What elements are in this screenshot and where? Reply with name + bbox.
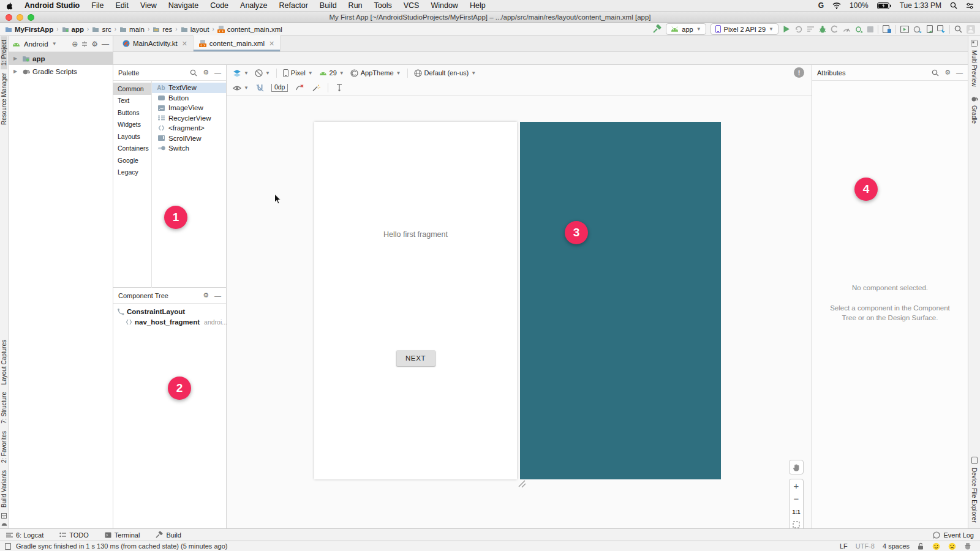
close-icon[interactable]: ✕	[182, 40, 187, 48]
zoom-out-button[interactable]: −	[790, 492, 803, 505]
menu-window[interactable]: Window	[431, 1, 458, 10]
palette-category-widgets[interactable]: Widgets	[113, 119, 151, 131]
attach-debugger-icon[interactable]	[855, 25, 863, 33]
chevron-down-icon[interactable]: ▼	[52, 41, 57, 47]
design-canvas[interactable]: Hello first fragment NEXT + − 1:1	[227, 96, 812, 528]
palette-category-common[interactable]: Common	[113, 83, 151, 95]
search-icon[interactable]	[932, 69, 939, 77]
rail-gradle[interactable]: Gradle	[971, 102, 978, 127]
apply-code-changes-icon[interactable]	[807, 26, 815, 32]
encoding-widget[interactable]: UTF-8	[856, 542, 875, 550]
lock-unlocked-icon[interactable]	[918, 542, 924, 550]
next-button[interactable]: NEXT	[396, 350, 435, 366]
palette-category-buttons[interactable]: Buttons	[113, 107, 151, 119]
menu-app-name[interactable]: Android Studio	[24, 1, 80, 10]
run-button[interactable]	[783, 25, 790, 33]
search-everywhere-icon[interactable]	[954, 25, 962, 33]
palette-category-text[interactable]: Text	[113, 95, 151, 107]
zoom-ratio-button[interactable]: 1:1	[790, 505, 803, 518]
design-mode-dropdown[interactable]: ▼	[233, 69, 249, 77]
collapse-all-icon[interactable]	[81, 41, 88, 47]
menu-help[interactable]: Help	[470, 1, 486, 10]
indent-widget[interactable]: 4 spaces	[883, 542, 910, 550]
line-separator-widget[interactable]: LF	[840, 542, 848, 550]
gradle-sync-icon[interactable]	[913, 26, 922, 33]
menu-file[interactable]: File	[91, 1, 104, 10]
locate-file-icon[interactable]: ⊕	[72, 40, 78, 48]
rail-build-variants[interactable]: Build Variants	[1, 467, 7, 511]
rail-project[interactable]: 1: Project	[1, 36, 7, 69]
design-preview[interactable]: Hello first fragment NEXT	[314, 122, 517, 479]
rail-favorites[interactable]: 2: Favorites	[1, 427, 7, 467]
breadcrumb-src[interactable]: src	[92, 26, 111, 33]
rail-resource-manager[interactable]: Resource Manager	[1, 69, 7, 129]
device-selector-dropdown[interactable]: Pixel ▼	[283, 69, 313, 77]
menu-tools[interactable]: Tools	[374, 1, 392, 10]
tab-content-main[interactable]: content_main.xml ✕	[194, 36, 281, 51]
rail-multi-preview[interactable]: Multi Preview	[971, 47, 978, 90]
expand-arrow-icon[interactable]: ▶	[13, 56, 20, 61]
zoom-in-button[interactable]: +	[790, 479, 803, 492]
infer-constraints-wand-icon[interactable]	[312, 84, 320, 92]
clear-constraints-icon[interactable]	[295, 84, 304, 92]
menu-vcs[interactable]: VCS	[404, 1, 420, 10]
menu-run[interactable]: Run	[349, 1, 363, 10]
rail-layout-captures[interactable]: Layout Captures	[1, 336, 7, 388]
view-options-dropdown[interactable]: ▼	[233, 85, 249, 91]
status-message[interactable]: Gradle sync finished in 1 s 130 ms (from…	[16, 542, 227, 550]
window-minimize-button[interactable]	[17, 14, 23, 21]
menu-build[interactable]: Build	[320, 1, 337, 10]
hello-fragment-text[interactable]: Hello first fragment	[314, 230, 517, 239]
palette-category-legacy[interactable]: Legacy	[113, 167, 151, 179]
sdk-manager-icon[interactable]	[937, 25, 945, 33]
close-icon[interactable]: ✕	[269, 40, 274, 48]
tool-window-grid-icon[interactable]	[1, 513, 7, 519]
window-close-button[interactable]	[6, 14, 12, 21]
dissatisfied-face-icon[interactable]	[948, 542, 956, 550]
menu-navigate[interactable]: Navigate	[168, 1, 198, 10]
breadcrumb-file[interactable]: content_main.xml	[217, 26, 282, 33]
make-project-hammer-icon[interactable]	[652, 24, 662, 34]
device-manager-icon[interactable]	[883, 25, 891, 33]
palette-item-imageview[interactable]: ImageView	[152, 103, 226, 113]
palette-item-textview[interactable]: Ab TextView	[152, 83, 226, 93]
blueprint-preview[interactable]	[520, 122, 721, 479]
wifi-icon[interactable]	[832, 2, 841, 9]
palette-category-layouts[interactable]: Layouts	[113, 130, 151, 143]
rail-structure[interactable]: 7: Structure	[1, 388, 7, 427]
spotlight-search-icon[interactable]	[950, 2, 957, 9]
hide-panel-icon[interactable]: —	[214, 69, 221, 77]
breadcrumb-layout[interactable]: layout	[181, 26, 209, 33]
control-center-icon[interactable]	[966, 2, 974, 9]
palette-item-scrollview[interactable]: ScrollView	[152, 133, 226, 144]
status-square-icon[interactable]	[5, 543, 11, 550]
locale-dropdown[interactable]: Default (en-us) ▼	[414, 69, 477, 77]
debug-button[interactable]	[819, 25, 826, 33]
palette-category-containers[interactable]: Containers	[113, 143, 151, 155]
menu-analyze[interactable]: Analyze	[240, 1, 267, 10]
satisfied-face-icon[interactable]	[932, 542, 940, 550]
settings-gear-icon[interactable]: ⚙	[203, 69, 209, 77]
settings-gear-icon[interactable]: ⚙	[944, 69, 951, 77]
search-icon[interactable]	[190, 69, 197, 77]
profiler-icon[interactable]	[843, 26, 851, 32]
expand-arrow-icon[interactable]: ▶	[13, 69, 20, 74]
grammarly-menu-icon[interactable]: G	[818, 1, 824, 10]
device-dropdown[interactable]: Pixel 2 API 29 ▼	[710, 23, 778, 35]
logcat-tool-icon[interactable]	[900, 26, 909, 33]
project-tree-item-app[interactable]: ▶ app	[9, 52, 113, 65]
apply-changes-icon[interactable]	[794, 25, 802, 33]
settings-gear-icon[interactable]: ⚙	[203, 291, 209, 299]
toolwindow-todo[interactable]: TODO	[59, 531, 89, 539]
project-tree-item-gradle-scripts[interactable]: ▶ Gradle Scripts	[9, 65, 113, 78]
virtual-device-icon[interactable]	[927, 25, 933, 33]
profile-avatar[interactable]	[967, 25, 975, 34]
run-config-dropdown[interactable]: app ▼	[666, 23, 706, 35]
event-log-button[interactable]: Event Log	[933, 531, 974, 539]
palette-item-recyclerview[interactable]: RecyclerView	[152, 113, 226, 124]
rail-device-file-explorer[interactable]: Device File Explorer	[971, 464, 978, 526]
menu-edit[interactable]: Edit	[115, 1, 129, 10]
stop-button[interactable]	[867, 26, 873, 32]
breadcrumb-res[interactable]: res	[153, 26, 172, 33]
palette-item-button[interactable]: Button	[152, 93, 226, 103]
